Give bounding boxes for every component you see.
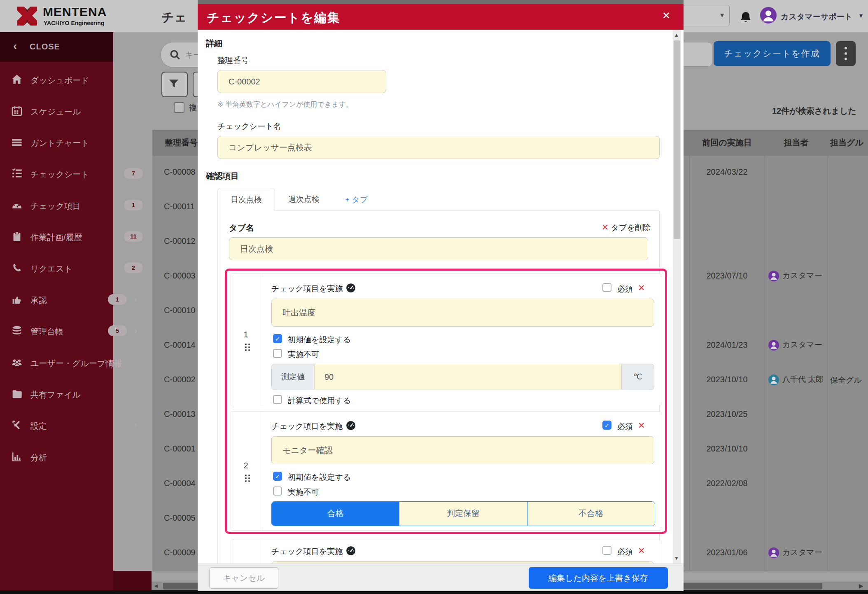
chevron-down-icon: ▼	[858, 12, 864, 19]
person-icon	[760, 7, 777, 23]
sidebar-item-request[interactable]: リクエスト 2	[0, 252, 113, 283]
delete-tab-button[interactable]: ✕ タブを削除	[585, 222, 651, 233]
id-field-label: 整理番号	[217, 55, 249, 66]
clipboard-icon	[12, 231, 22, 242]
chevron-right-icon: ›	[134, 294, 137, 305]
id-field-help: ※ 半角英数字とハイフンが使用できます。	[217, 100, 353, 109]
sidebar-item-schedule[interactable]: スケジュール	[0, 95, 113, 126]
sidebar-item-dashboard[interactable]: ダッシュボード	[0, 63, 113, 95]
person-icon	[768, 374, 779, 385]
required-checkbox[interactable]	[602, 546, 611, 555]
sidebar-item-workplan[interactable]: 作業計画/履歴 11	[0, 220, 113, 252]
sidebar-item-checksheet[interactable]: チェックシート 7	[0, 157, 113, 189]
assignee-cell: カスタマー	[768, 339, 822, 352]
delete-item-icon[interactable]: ✕	[638, 546, 645, 556]
sidebar-collapse-button[interactable]: ‹ CLOSE	[0, 32, 113, 62]
check-item-3: チェック項目を実施 必須 ✕	[231, 540, 661, 564]
badge-count: 11	[124, 231, 143, 242]
mentena-logo-icon	[16, 5, 39, 27]
badge-count: 5	[108, 325, 127, 336]
badge-count: 2	[124, 262, 143, 273]
assignee-cell: カスタマー	[768, 547, 822, 559]
sidebar-item-checkitem[interactable]: チェック項目 1	[0, 189, 113, 220]
add-tab-button[interactable]: + タブ	[345, 194, 368, 205]
app-root: MENTENA YACHIYO Engineering チェ ▼ カスタマーサポ…	[0, 0, 868, 594]
scroll-down-icon[interactable]: ▼	[674, 555, 679, 561]
sidebar-footer-block	[113, 571, 152, 590]
user-menu[interactable]: カスタマーサポート	[781, 12, 852, 22]
result-count: 12件が検索されました	[684, 105, 856, 117]
sidebar-item-gantt[interactable]: ガントチャート	[0, 126, 113, 157]
person-icon	[768, 340, 779, 351]
chevron-right-icon: ›	[134, 325, 137, 336]
multi-select-checkbox[interactable]	[174, 102, 184, 113]
section-check-items: 確認項目	[206, 171, 239, 182]
header-select[interactable]: ▼	[679, 5, 730, 26]
filter-button[interactable]	[161, 72, 188, 97]
modal-scrollbar-thumb[interactable]	[674, 40, 680, 239]
modal-scrollbar[interactable]: ▲ ▼	[673, 30, 681, 564]
home-icon	[12, 74, 22, 85]
assignee-cell: 八千代 太郎	[768, 374, 824, 386]
person-icon	[768, 547, 779, 558]
page-title: チェ	[161, 9, 187, 26]
sidebar: ‹ CLOSE ダッシュボード スケジュール ガントチャート	[0, 32, 113, 594]
users-icon	[12, 357, 22, 368]
sidebar-close-label: CLOSE	[30, 42, 60, 51]
modal-title: チェックシートを編集	[207, 9, 341, 26]
id-field-input[interactable]: C-00002	[217, 70, 386, 93]
thumbs-up-icon	[12, 294, 22, 305]
badge-count: 7	[124, 168, 143, 179]
folder-icon	[12, 388, 22, 399]
bar-chart-icon	[12, 451, 22, 462]
bell-icon[interactable]	[738, 9, 753, 24]
sidebar-item-ledger[interactable]: 管理台帳 5 ›	[0, 315, 113, 346]
tab-daily[interactable]: 日次点検	[217, 188, 275, 211]
modal-backdrop-gap	[198, 0, 684, 4]
modal-body: 詳細 整理番号 C-00002 ※ 半角英数字とハイフンが使用できます。 チェッ…	[198, 30, 684, 564]
modal-header: チェックシートを編集 ✕	[198, 4, 684, 30]
create-checksheet-button[interactable]: チェックシートを作成	[714, 41, 831, 66]
person-icon	[768, 271, 779, 281]
tools-icon	[12, 420, 22, 430]
badge-count: 1	[108, 294, 127, 305]
item-title: チェック項目を実施	[271, 546, 356, 557]
gauge-icon	[12, 200, 22, 210]
chevron-left-icon: ‹	[13, 40, 17, 53]
sidebar-item-shared-files[interactable]: 共有ファイル	[0, 378, 113, 409]
search-icon	[169, 49, 181, 61]
modal-footer: キャンセル 編集した内容を上書き保存	[198, 564, 684, 591]
phone-icon	[12, 262, 22, 273]
multi-select-label: 複	[189, 102, 197, 113]
chevron-down-icon: ▼	[719, 12, 725, 19]
logo-title: MENTENA	[43, 5, 107, 19]
user-avatar[interactable]	[760, 7, 777, 23]
section-detail: 詳細	[206, 38, 222, 49]
sidebar-item-approval[interactable]: 承認 1 ›	[0, 283, 113, 315]
chevron-right-icon: ›	[134, 420, 137, 430]
sidebar-item-settings[interactable]: 設定 ›	[0, 409, 113, 440]
checksheet-icon	[12, 168, 22, 179]
tab-name-input[interactable]: 日次点検	[229, 237, 648, 260]
assignee-cell: カスタマー	[768, 270, 822, 283]
funnel-icon	[168, 78, 180, 89]
scroll-left-icon[interactable]: ◄	[153, 582, 159, 589]
name-field-label: チェックシート名	[217, 121, 281, 132]
name-field-input[interactable]: コンプレッサー点検表	[217, 136, 660, 159]
kebab-menu-button[interactable]	[836, 41, 856, 66]
cancel-button[interactable]: キャンセル	[209, 567, 278, 589]
database-icon	[12, 325, 22, 336]
save-button[interactable]: 編集した内容を上書き保存	[529, 567, 668, 589]
scroll-up-icon[interactable]: ▲	[674, 32, 679, 38]
sidebar-item-users-groups[interactable]: ユーザー・グループ情報	[0, 346, 113, 378]
scroll-right-icon[interactable]: ▶	[859, 582, 863, 589]
tab-name-label: タブ名	[229, 222, 254, 234]
drag-handle[interactable]	[231, 540, 261, 564]
sidebar-item-analytics[interactable]: 分析	[0, 441, 113, 472]
close-icon[interactable]: ✕	[662, 10, 670, 21]
calendar-icon	[12, 105, 22, 116]
gauge-icon	[346, 546, 356, 556]
gantt-icon	[12, 137, 22, 147]
tab-weekly[interactable]: 週次点検	[275, 188, 333, 211]
highlight-outline	[225, 269, 667, 534]
